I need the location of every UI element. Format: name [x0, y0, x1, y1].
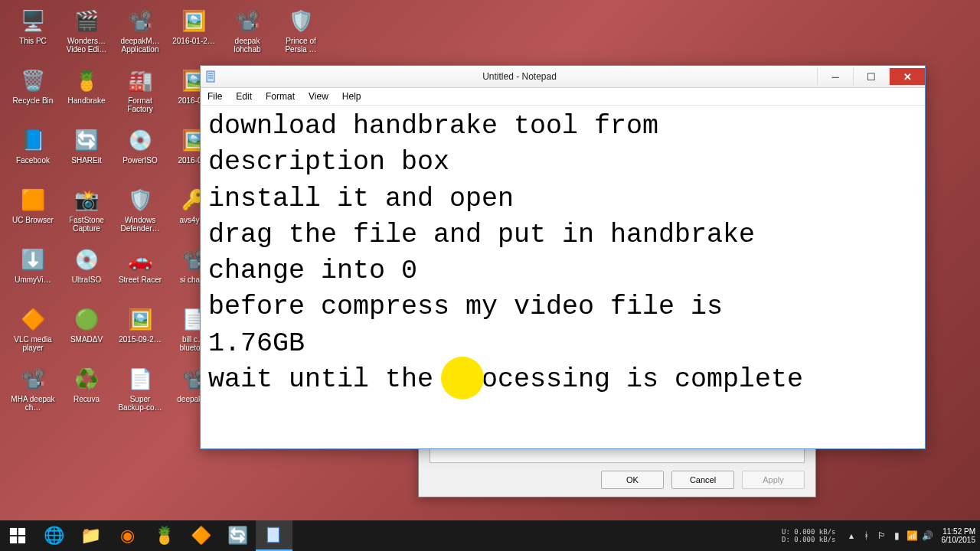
ok-button[interactable]: OK: [601, 471, 664, 489]
desktop-icon-label: Wonders… Video Edi…: [61, 37, 112, 54]
desktop-icon-glyph: 🚗: [126, 245, 155, 274]
taskbar-app-vlc[interactable]: 🔶: [182, 520, 219, 551]
menu-item-edit[interactable]: Edit: [229, 90, 259, 103]
desktop-icon[interactable]: 📽️deepakM… Application: [113, 5, 167, 64]
menu-item-help[interactable]: Help: [335, 90, 368, 103]
desktop-icon[interactable]: 🖼️2015-09-2…: [113, 303, 167, 363]
taskbar-app-notepad[interactable]: [256, 520, 292, 551]
desktop-icon-label: 2015-09-2…: [119, 335, 162, 344]
desktop-icon-label: VLC media player: [8, 335, 58, 352]
desktop-icon-label: UmmyVi…: [15, 276, 51, 284]
desktop-icon[interactable]: 💿PowerISO: [113, 124, 167, 184]
desktop-icon-glyph: 💿: [126, 126, 155, 155]
taskbar-app-handbrake[interactable]: 🍍: [145, 520, 182, 551]
minimize-button[interactable]: ─: [817, 68, 853, 85]
cancel-button[interactable]: Cancel: [671, 471, 734, 489]
notepad-window: Untitled - Notepad ─ ☐ ✕ FileEditFormatV…: [200, 65, 926, 449]
taskbar-app-uc[interactable]: ◉: [109, 520, 145, 551]
desktop-icon-label: Super Backup-co…: [115, 395, 165, 412]
desktop-icon[interactable]: 🔄SHAREit: [60, 124, 113, 184]
desktop-icon[interactable]: 📄Super Backup-co…: [113, 363, 167, 422]
svg-rect-8: [267, 527, 279, 543]
desktop-icon[interactable]: 🟢SMADΔV: [60, 303, 113, 363]
desktop-icon-label: This PC: [19, 37, 47, 45]
menu-item-file[interactable]: File: [201, 90, 229, 103]
svg-rect-0: [207, 71, 214, 82]
desktop-icon[interactable]: 🍍Handbrake: [60, 64, 113, 124]
desktop-icon-label: deepak lohchab: [222, 37, 273, 54]
maximize-button[interactable]: ☐: [853, 68, 889, 85]
desktop-icon[interactable]: 🛡️Windows Defender…: [113, 184, 167, 243]
desktop-icon[interactable]: 🖥️This PC: [6, 5, 60, 64]
desktop-icon-glyph: 🏭: [126, 66, 155, 95]
taskbar-app-explorer[interactable]: 📁: [72, 520, 109, 551]
menu-item-view[interactable]: View: [302, 90, 335, 103]
dialog-button-row: OK Cancel Apply: [430, 471, 805, 489]
desktop-icon-label: Handbrake: [68, 96, 106, 105]
start-button[interactable]: [0, 520, 35, 551]
desktop-icon-glyph: 🖼️: [126, 305, 155, 334]
desktop-icon-label: SMADΔV: [70, 335, 103, 344]
menu-item-format[interactable]: Format: [259, 90, 302, 103]
desktop-icon-glyph: 🟢: [72, 305, 101, 334]
desktop-icon-glyph: 🛡️: [286, 6, 315, 35]
taskbar-clock[interactable]: 11:52 PM 6/10/2015: [942, 527, 976, 544]
battery-icon[interactable]: ▮: [891, 530, 903, 542]
notepad-icon: [205, 70, 217, 83]
desktop-icon-glyph: 🍍: [72, 66, 101, 95]
bluetooth-icon[interactable]: ᚼ: [861, 530, 873, 542]
tray-chevron-icon[interactable]: ▴: [845, 530, 858, 542]
notepad-text-area[interactable]: download handbrake tool from description…: [201, 106, 925, 448]
desktop-icon-glyph: ♻️: [72, 364, 101, 393]
desktop-icon-glyph: 📽️: [233, 6, 262, 35]
taskbar-app-ie[interactable]: 🌐: [35, 520, 72, 551]
desktop-icon-glyph: 🟧: [18, 185, 47, 214]
system-tray: U: 0.000 kB/s D: 0.000 kB/s ▴ ᚼ 🏳 ▮ 📶 🔊 …: [782, 520, 980, 551]
desktop-icon[interactable]: 🛡️Prince of Persia …: [274, 5, 328, 64]
apply-button: Apply: [742, 471, 805, 489]
desktop-wallpaper[interactable]: 🖥️This PC🎬Wonders… Video Edi…📽️deepakM… …: [0, 0, 980, 551]
desktop-icon[interactable]: 📘Facebook: [6, 124, 60, 184]
desktop-icon[interactable]: ♻️Recuva: [60, 363, 113, 422]
desktop-icon-glyph: 🎬: [72, 6, 101, 35]
desktop-icon-label: UC Browser: [12, 216, 54, 224]
desktop-icon[interactable]: 🗑️Recycle Bin: [6, 64, 60, 124]
desktop-icon[interactable]: 🏭Format Factory: [113, 64, 167, 124]
desktop-icon-glyph: 🖥️: [18, 6, 47, 35]
desktop-icon-label: Format Factory: [115, 96, 165, 113]
network-icon[interactable]: 📶: [906, 530, 919, 542]
close-button[interactable]: ✕: [889, 68, 925, 85]
desktop-icon[interactable]: 🚗Street Racer: [113, 243, 167, 303]
svg-rect-6: [10, 536, 17, 543]
desktop-icon[interactable]: 📽️deepak lohchab: [220, 5, 274, 64]
desktop-icon-label: FastStone Capture: [61, 216, 112, 233]
window-title: Untitled - Notepad: [222, 71, 817, 82]
desktop-icon[interactable]: 🖼️2016-01-2…: [167, 5, 220, 64]
desktop-icon[interactable]: 📽️MHA deepak ch…: [6, 363, 60, 422]
desktop-icon[interactable]: 💿UltraISO: [60, 243, 113, 303]
action-center-icon[interactable]: 🏳: [876, 530, 888, 542]
desktop-icon-label: Prince of Persia …: [276, 37, 326, 54]
desktop-icon-label: 2016-01-2…: [172, 37, 215, 45]
menu-bar: FileEditFormatViewHelp: [201, 88, 925, 106]
desktop-icon-label: Street Racer: [119, 276, 162, 284]
window-titlebar[interactable]: Untitled - Notepad ─ ☐ ✕: [201, 66, 925, 88]
desktop-icon-glyph: 📽️: [18, 364, 47, 393]
volume-icon[interactable]: 🔊: [922, 530, 934, 542]
svg-rect-7: [18, 536, 25, 543]
cursor-highlight-icon: [441, 357, 484, 399]
network-speed-indicator: U: 0.000 kB/s D: 0.000 kB/s: [782, 528, 835, 543]
desktop-icon[interactable]: 🟧UC Browser: [6, 184, 60, 243]
desktop-icon[interactable]: 📸FastStone Capture: [60, 184, 113, 243]
desktop-icon-glyph: ⬇️: [18, 245, 47, 274]
desktop-icon-glyph: 🗑️: [18, 66, 47, 95]
desktop-icon[interactable]: ⬇️UmmyVi…: [6, 243, 60, 303]
desktop-icon[interactable]: 🎬Wonders… Video Edi…: [60, 5, 113, 64]
taskbar-app-shareit[interactable]: 🔄: [219, 520, 256, 551]
desktop-icon-glyph: 📄: [126, 364, 155, 393]
desktop-icon-glyph: 🖼️: [179, 6, 208, 35]
desktop-icon-glyph: 📘: [18, 126, 47, 155]
desktop-icon-glyph: 🛡️: [126, 185, 155, 214]
desktop-icon[interactable]: 🔶VLC media player: [6, 303, 60, 363]
svg-rect-5: [18, 528, 25, 535]
